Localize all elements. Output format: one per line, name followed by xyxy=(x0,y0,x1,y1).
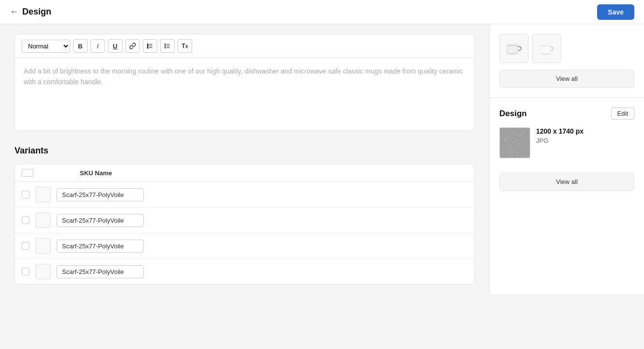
row-checkbox-1[interactable] xyxy=(22,191,30,198)
svg-rect-18 xyxy=(500,128,530,158)
mockup-images xyxy=(499,34,634,63)
svg-point-10 xyxy=(165,46,165,46)
italic-button[interactable]: I xyxy=(90,39,105,53)
sku-input-3[interactable] xyxy=(57,240,144,253)
ordered-list-button[interactable]: 1 2 3 xyxy=(143,39,157,53)
design-format: JPG xyxy=(536,137,634,144)
right-panel: View all Design Edit xyxy=(489,24,644,294)
select-all-checkbox[interactable] xyxy=(22,169,33,177)
design-section-title: Design xyxy=(499,109,527,119)
table-row xyxy=(15,182,474,208)
mockup-section: View all xyxy=(490,24,644,98)
design-section-header: Design Edit xyxy=(499,107,634,120)
design-section: Design Edit 1200 x 1740 px JPG xyxy=(490,98,644,200)
bold-button[interactable]: B xyxy=(73,39,88,53)
underline-button[interactable]: U xyxy=(108,39,122,53)
variants-section: Variants SKU Name xyxy=(15,146,475,285)
row-checkbox-4[interactable] xyxy=(22,268,30,275)
sku-column-header: SKU Name xyxy=(80,169,467,177)
sku-input-4[interactable] xyxy=(57,265,144,278)
row-checkbox-2[interactable] xyxy=(22,216,30,224)
row-thumb-2 xyxy=(35,212,51,228)
page-title: Design xyxy=(22,7,51,17)
left-panel: Normal B I U 1 2 3 xyxy=(0,24,489,294)
svg-point-9 xyxy=(165,44,165,45)
link-button[interactable] xyxy=(125,39,140,53)
design-dimensions: 1200 x 1740 px xyxy=(536,127,634,135)
editor-toolbar: Normal B I U 1 2 3 xyxy=(15,34,474,58)
format-select[interactable]: Normal xyxy=(22,40,70,53)
svg-text:3: 3 xyxy=(147,46,149,49)
unordered-list-button[interactable] xyxy=(160,39,175,53)
row-checkbox-3[interactable] xyxy=(22,242,30,250)
table-row xyxy=(15,208,474,233)
top-bar-left: ← Design xyxy=(10,7,51,17)
view-all-button-top[interactable]: View all xyxy=(499,70,634,88)
sku-input-1[interactable] xyxy=(57,188,144,201)
variants-title: Variants xyxy=(15,146,475,156)
table-row xyxy=(15,259,474,284)
main-content: Normal B I U 1 2 3 xyxy=(0,24,644,294)
row-thumb-4 xyxy=(35,264,51,279)
back-button[interactable]: ← xyxy=(10,7,18,17)
design-item: 1200 x 1740 px JPG xyxy=(499,127,634,158)
save-button[interactable]: Save xyxy=(597,4,634,20)
variants-table: SKU Name xyxy=(15,164,475,285)
sku-input-2[interactable] xyxy=(57,214,144,227)
edit-button[interactable]: Edit xyxy=(611,107,634,120)
row-thumb-3 xyxy=(35,238,51,254)
design-info: 1200 x 1740 px JPG xyxy=(536,127,634,144)
view-all-button-bottom[interactable]: View all xyxy=(499,173,634,191)
svg-rect-17 xyxy=(540,45,551,46)
svg-rect-14 xyxy=(507,45,518,46)
table-row xyxy=(15,233,474,259)
svg-point-11 xyxy=(165,47,165,48)
mockup-thumb-1[interactable] xyxy=(499,34,528,63)
top-bar: ← Design Save xyxy=(0,0,644,24)
clear-format-button[interactable]: Tx xyxy=(178,39,192,53)
design-thumbnail xyxy=(499,127,530,158)
editor-card: Normal B I U 1 2 3 xyxy=(15,34,475,131)
variants-table-header: SKU Name xyxy=(15,164,474,182)
editor-body[interactable]: Add a bit of brightness to the morning r… xyxy=(15,58,474,131)
row-thumb-1 xyxy=(35,187,51,202)
mockup-thumb-2[interactable] xyxy=(532,34,561,63)
